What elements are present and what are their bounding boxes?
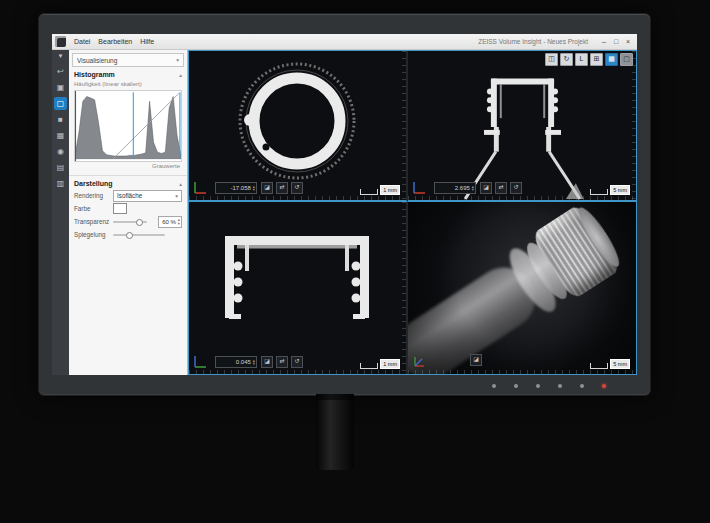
- slice-plane-icon[interactable]: ◪: [261, 356, 273, 368]
- menu-hilfe[interactable]: Hilfe: [140, 38, 154, 45]
- ruler: [402, 202, 406, 374]
- spin-down-icon[interactable]: ▾: [178, 222, 180, 225]
- display-section-header[interactable]: Darstellung ▴: [69, 178, 187, 189]
- histogram-section-header[interactable]: Histogramm ▴: [69, 69, 187, 80]
- reset-view-button[interactable]: ↻: [560, 53, 573, 66]
- monitor: Datei Bearbeiten Hilfe ZEISS Volume Insi…: [38, 13, 651, 396]
- rendering-label: Rendering: [74, 192, 110, 199]
- chevron-down-icon: ▾: [176, 57, 179, 63]
- measure-tool-icon[interactable]: ◉: [54, 145, 67, 158]
- scale-bar: 1 mm: [360, 359, 400, 369]
- slice-sync-icon[interactable]: ⇄: [495, 182, 507, 194]
- slice-position-spinbox[interactable]: 0.045 ▴▾: [215, 356, 257, 368]
- slice-tools: ◪⇄↺: [480, 182, 522, 194]
- monitor-button[interactable]: [514, 384, 518, 388]
- slice-sync-icon[interactable]: ⇄: [276, 182, 288, 194]
- axis-indicator: [193, 355, 207, 369]
- volume-render: [408, 202, 636, 374]
- histogram-chart[interactable]: [74, 90, 182, 162]
- ruler: [189, 196, 406, 200]
- visualization-tool-icon[interactable]: ▢: [54, 97, 67, 110]
- slice-position-value: 2.695: [455, 185, 470, 191]
- layout-single-button[interactable]: ▢: [620, 53, 633, 66]
- rendering-value: Isofläche: [117, 192, 142, 199]
- color-label: Farbe: [74, 205, 110, 212]
- slice-reset-icon[interactable]: ↺: [510, 182, 522, 194]
- chevron-up-icon: ▴: [179, 181, 182, 187]
- screen: Datei Bearbeiten Hilfe ZEISS Volume Insi…: [52, 34, 637, 375]
- slice-plane-icon[interactable]: ◪: [480, 182, 492, 194]
- close-button[interactable]: ×: [622, 35, 634, 48]
- menu-bearbeiten[interactable]: Bearbeiten: [98, 38, 132, 45]
- import-tool-icon[interactable]: ↩: [54, 65, 67, 78]
- transparency-spinbox[interactable]: 60 % ▴▾: [158, 216, 182, 228]
- slice-sync-icon[interactable]: ⇄: [276, 356, 288, 368]
- panel-mode-select[interactable]: Visualisierung ▾: [72, 53, 184, 67]
- monitor-button[interactable]: [580, 384, 584, 388]
- chevron-down-icon: ▾: [175, 193, 178, 199]
- spin-down-icon[interactable]: ▾: [253, 362, 255, 365]
- rendering-select[interactable]: Isofläche ▾: [113, 190, 182, 202]
- left-icon-toolbar: ▾ ↩▣▢■▦◉▤▥: [52, 50, 69, 375]
- scale-bar: 1 mm: [360, 185, 400, 195]
- slice-position-spinbox[interactable]: 2.695 ▴▾: [434, 182, 476, 194]
- slice-tools: ◪⇄↺: [261, 182, 303, 194]
- collapse-panel-icon[interactable]: ▾: [59, 50, 63, 62]
- scale-line: [360, 363, 378, 369]
- transparency-label: Transparenz: [74, 218, 110, 225]
- slice-reset-icon[interactable]: ↺: [291, 182, 303, 194]
- report-tool-icon[interactable]: ▤: [54, 161, 67, 174]
- viewport-frontal-slice[interactable]: ◫↻L⊞▦▢: [408, 51, 636, 202]
- scale-line: [590, 189, 608, 195]
- fit-view-button[interactable]: ⊞: [590, 53, 603, 66]
- slice-reset-icon[interactable]: ↺: [291, 356, 303, 368]
- color-swatch[interactable]: [113, 203, 127, 214]
- window-controls: –□×: [598, 35, 634, 48]
- menu-datei[interactable]: Datei: [74, 38, 90, 45]
- monitor-stand: [316, 394, 354, 470]
- menubar: Datei Bearbeiten Hilfe: [74, 38, 154, 45]
- transparency-value: 60 %: [162, 219, 176, 225]
- maximize-button[interactable]: □: [610, 35, 622, 48]
- registration-tool-icon[interactable]: ■: [54, 113, 67, 126]
- ruler: [408, 196, 636, 200]
- scale-label: 1 mm: [380, 359, 400, 369]
- slice-plane-icon[interactable]: ◪: [261, 182, 273, 194]
- viewport-axial-slice[interactable]: -17.058 ▴▾ ◪⇄↺ 1 mm: [189, 51, 408, 202]
- monitor-button[interactable]: [492, 384, 496, 388]
- slice-plane-icon[interactable]: ◪: [470, 354, 482, 366]
- grid-view-tool-icon[interactable]: ▦: [54, 129, 67, 142]
- slice-position-spinbox[interactable]: -17.058 ▴▾: [215, 182, 257, 194]
- mirror-slider[interactable]: [113, 230, 165, 239]
- clipping-tool-icon[interactable]: ▣: [54, 81, 67, 94]
- ruler: [189, 370, 406, 374]
- monitor-button[interactable]: [536, 384, 540, 388]
- power-led[interactable]: [602, 384, 606, 388]
- viewport-grid: -17.058 ▴▾ ◪⇄↺ 1 mm ◫↻L⊞▦▢: [188, 50, 637, 375]
- scale-label: 5 mm: [610, 185, 630, 195]
- titlebar: Datei Bearbeiten Hilfe ZEISS Volume Insi…: [52, 34, 637, 50]
- app-logo-icon: [55, 36, 66, 47]
- scale-line: [590, 363, 608, 369]
- histogram-subtitle: Häufigkeit (linear skaliert): [69, 80, 187, 88]
- screenshot-button[interactable]: ◫: [545, 53, 558, 66]
- slice-position-value: 0.045: [236, 359, 251, 365]
- viewport-3d-render[interactable]: ◪ 5 mm: [408, 202, 636, 374]
- spin-down-icon[interactable]: ▾: [472, 188, 474, 191]
- layout-quad-button[interactable]: ▦: [605, 53, 618, 66]
- monitor-button[interactable]: [558, 384, 562, 388]
- slice-position-value: -17.058: [230, 185, 250, 191]
- spin-down-icon[interactable]: ▾: [253, 188, 255, 191]
- transparency-slider[interactable]: [113, 217, 147, 226]
- settings-tool-icon[interactable]: ▥: [54, 177, 67, 190]
- histogram-xlabel: Grauwerte: [69, 162, 187, 171]
- scale-line: [360, 189, 378, 195]
- ruler: [402, 51, 406, 200]
- minimize-button[interactable]: –: [598, 35, 610, 48]
- slice-tools: ◪⇄↺: [261, 356, 303, 368]
- viewport-sagittal-slice[interactable]: 0.045 ▴▾ ◪⇄↺ 1 mm: [189, 202, 408, 374]
- scale-label: 1 mm: [380, 185, 400, 195]
- axes-button[interactable]: L: [575, 53, 588, 66]
- window-title: ZEISS Volume Insight - Neues Projekt: [478, 38, 588, 45]
- axis-indicator: [412, 181, 426, 195]
